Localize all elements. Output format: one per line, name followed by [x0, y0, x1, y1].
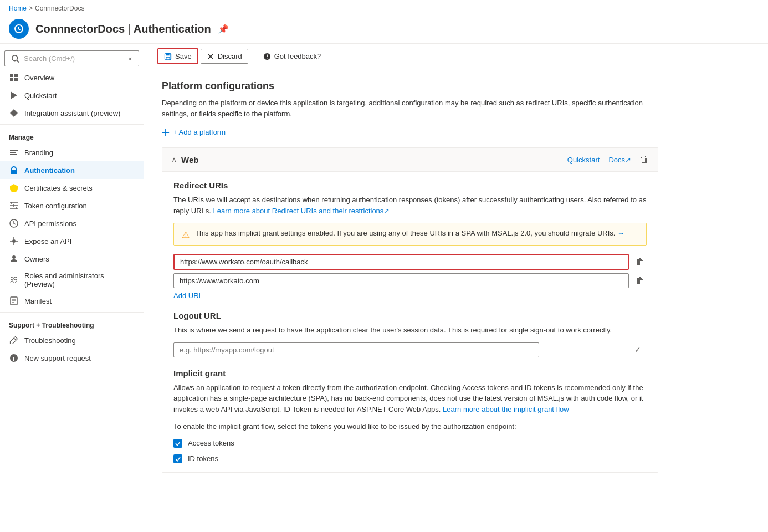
- logout-url-input[interactable]: [173, 342, 539, 357]
- save-button[interactable]: Save: [157, 48, 198, 64]
- checkbox-check-icon: [175, 441, 181, 446]
- id-tokens-checkbox-row: ID tokens: [173, 454, 647, 463]
- warning-icon: ⚠: [182, 229, 190, 240]
- authentication-icon: [9, 165, 19, 175]
- add-uri-button[interactable]: Add URI: [173, 291, 201, 300]
- uri-input-1[interactable]: [173, 254, 629, 270]
- toolbar: Save Discard Got feedback?: [144, 44, 768, 69]
- page-title: ConnnectorDocs | Authentication: [35, 23, 211, 35]
- uri-delete-1[interactable]: 🗑: [633, 255, 647, 269]
- svg-rect-0: [10, 74, 13, 77]
- owners-icon: [9, 254, 19, 264]
- sidebar-support-label: Support + Troubleshooting: [0, 315, 144, 331]
- sidebar-item-owners[interactable]: Owners: [0, 250, 144, 268]
- feedback-icon: [263, 53, 271, 60]
- search-input[interactable]: [24, 54, 124, 63]
- sidebar-item-expose-api[interactable]: Expose an API: [0, 232, 144, 250]
- access-tokens-checkbox[interactable]: [173, 439, 182, 448]
- content-area: Save Discard Got feedback? Platform conf…: [144, 44, 768, 532]
- sidebar-item-token-config[interactable]: Token configuration: [0, 197, 144, 214]
- sidebar-item-api-permissions-label: API permissions: [24, 219, 76, 228]
- sidebar-item-branding-label: Branding: [24, 149, 53, 157]
- manifest-icon: [9, 296, 19, 306]
- certificates-icon: [9, 183, 19, 193]
- sidebar-item-troubleshooting[interactable]: Troubleshooting: [0, 331, 144, 349]
- svg-rect-5: [10, 152, 16, 153]
- sidebar-item-roles-label: Roles and administrators (Preview): [24, 272, 135, 288]
- sidebar-collapse-icon[interactable]: «: [128, 55, 132, 63]
- redirect-uris-desc: The URIs we will accept as destinations …: [173, 195, 647, 216]
- web-delete-button[interactable]: 🗑: [640, 155, 649, 165]
- sidebar-item-quickstart[interactable]: Quickstart: [0, 86, 144, 104]
- web-platform-card: ∧ Web Quickstart Docs↗ 🗑 Redirect URIs T…: [162, 147, 658, 473]
- uri-delete-2[interactable]: 🗑: [633, 274, 647, 288]
- add-platform-label: + Add a platform: [173, 128, 226, 136]
- breadcrumb-home[interactable]: Home: [9, 4, 27, 12]
- web-docs-link[interactable]: Docs↗: [608, 156, 631, 164]
- feedback-button-label: Got feedback?: [274, 52, 321, 60]
- svg-rect-1: [14, 74, 18, 77]
- platform-configs-desc: Depending on the platform or device this…: [162, 98, 658, 119]
- uri-input-2[interactable]: [173, 273, 629, 288]
- integration-icon: [9, 108, 19, 118]
- logout-section: Logout URL This is where we send a reque…: [173, 311, 647, 357]
- svg-rect-2: [10, 78, 13, 81]
- sidebar-item-manifest-label: Manifest: [24, 297, 52, 305]
- sidebar-divider-1: [0, 124, 144, 125]
- redirect-uris-link[interactable]: Learn more about Redirect URIs and their…: [213, 207, 390, 215]
- pin-icon[interactable]: 📌: [218, 24, 229, 34]
- main-layout: « Overview Quickstart Integration assist…: [0, 44, 768, 532]
- web-quickstart-link[interactable]: Quickstart: [567, 156, 600, 164]
- sidebar-divider-2: [0, 312, 144, 313]
- breadcrumb-sep: >: [29, 4, 33, 12]
- sidebar-item-overview[interactable]: Overview: [0, 69, 144, 86]
- sidebar-manage-label: Manage: [0, 127, 144, 144]
- access-tokens-label: Access tokens: [188, 439, 234, 447]
- sidebar-item-integration-assistant[interactable]: Integration assistant (preview): [0, 104, 144, 122]
- web-chevron-icon[interactable]: ∧: [171, 155, 177, 164]
- branding-icon: [9, 147, 19, 157]
- sidebar-item-roles-admins[interactable]: Roles and administrators (Preview): [0, 268, 144, 292]
- add-platform-button[interactable]: + Add a platform: [162, 128, 226, 136]
- web-platform-body: Redirect URIs The URIs we will accept as…: [162, 172, 658, 472]
- checkbox-check-icon-2: [175, 456, 181, 462]
- sidebar-item-new-support[interactable]: New support request: [0, 349, 144, 367]
- svg-line-16: [14, 338, 16, 340]
- implicit-grant-title: Implicit grant: [173, 369, 647, 378]
- web-platform-title: Web: [181, 155, 567, 165]
- overview-icon: [9, 73, 19, 83]
- search-icon: [12, 55, 19, 63]
- id-tokens-checkbox[interactable]: [173, 454, 182, 463]
- roles-icon: [9, 275, 19, 285]
- implicit-grant-link[interactable]: Learn more about the implicit grant flow: [443, 405, 569, 413]
- svg-rect-3: [14, 78, 18, 81]
- sidebar-item-api-permissions[interactable]: API permissions: [0, 214, 144, 232]
- discard-icon: [207, 53, 214, 60]
- toolbar-divider: [253, 50, 253, 63]
- expose-api-icon: [9, 236, 19, 246]
- sidebar-search-container[interactable]: «: [4, 50, 139, 66]
- content-inner: Platform configurations Depending on the…: [144, 69, 676, 497]
- add-uri-label: Add URI: [173, 291, 201, 300]
- implicit-grant-desc: Allows an application to request a token…: [173, 382, 647, 415]
- uri-row-2: 🗑: [173, 273, 647, 288]
- implicit-grant-section: Implicit grant Allows an application to …: [173, 369, 647, 463]
- troubleshooting-icon: [9, 335, 19, 345]
- web-header-actions: Quickstart Docs↗ 🗑: [567, 155, 649, 165]
- sidebar-item-authentication[interactable]: Authentication: [0, 161, 144, 179]
- sidebar-item-quickstart-label: Quickstart: [24, 91, 57, 100]
- sidebar-item-branding[interactable]: Branding: [0, 144, 144, 161]
- warning-migrate-link[interactable]: →: [617, 229, 624, 237]
- sidebar-item-expose-api-label: Expose an API: [24, 237, 71, 245]
- token-config-icon: [9, 201, 19, 211]
- discard-button[interactable]: Discard: [201, 49, 248, 64]
- sidebar-item-certificates[interactable]: Certificates & secrets: [0, 179, 144, 197]
- save-button-label: Save: [175, 52, 192, 60]
- feedback-button[interactable]: Got feedback?: [258, 49, 327, 63]
- sidebar: « Overview Quickstart Integration assist…: [0, 44, 144, 532]
- api-permissions-icon: [9, 218, 19, 228]
- sidebar-item-authentication-label: Authentication: [24, 166, 75, 175]
- sidebar-item-manifest[interactable]: Manifest: [0, 292, 144, 310]
- svg-rect-6: [10, 154, 17, 155]
- id-tokens-label: ID tokens: [188, 454, 218, 463]
